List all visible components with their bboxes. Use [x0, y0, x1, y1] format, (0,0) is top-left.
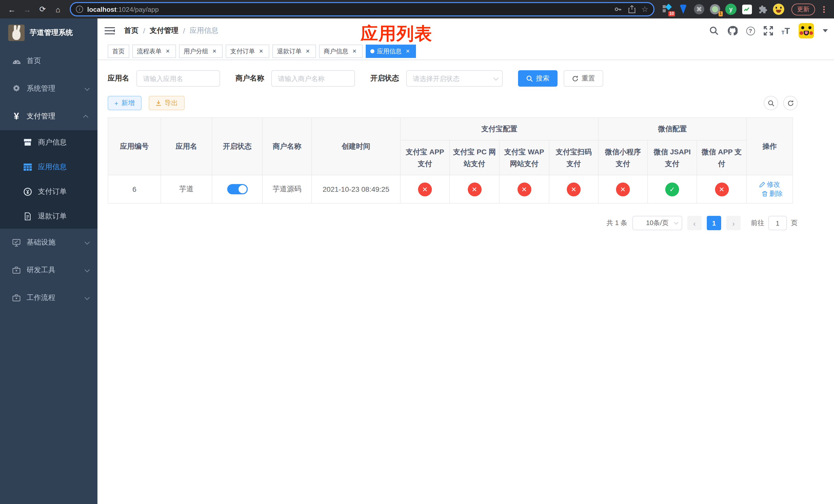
col-header-app-name: 应用名 [161, 118, 212, 175]
add-button[interactable]: + 新增 [108, 96, 141, 110]
browser-avatar-icon[interactable] [773, 4, 784, 15]
col-header-merchant: 商户名称 [262, 118, 312, 175]
close-icon[interactable]: × [404, 48, 411, 55]
github-icon[interactable] [727, 26, 737, 36]
toolbox-icon [10, 294, 23, 301]
breadcrumb-home[interactable]: 首页 [124, 26, 138, 36]
tab-merchant-info[interactable]: 商户信息× [319, 45, 363, 58]
col-header-actions: 操作 [747, 118, 793, 175]
merchant-name-input[interactable] [271, 70, 355, 87]
delete-link[interactable]: 删除 [762, 189, 783, 199]
edit-link[interactable]: 修改 [759, 180, 780, 189]
merchant-name-label: 商户名称 [236, 74, 264, 83]
col-header-app-id: 应用编号 [108, 118, 161, 175]
tab-home[interactable]: 首页 [108, 45, 129, 58]
search-button-label: 搜索 [536, 74, 549, 83]
sidebar-item-home[interactable]: 首页 [0, 47, 97, 75]
back-icon[interactable]: ← [5, 3, 19, 16]
sidebar-item-label: 工作流程 [27, 293, 56, 302]
bookmark-star-icon[interactable]: ☆ [641, 5, 648, 14]
close-icon[interactable]: × [164, 48, 171, 55]
cell-merchant: 芋道源码 [262, 175, 312, 203]
filter-form: 应用名 商户名称 开启状态 [108, 70, 824, 87]
extension-profile-icon[interactable]: 1 [709, 4, 721, 15]
cell-create-time: 2021-10-23 08:49:25 [312, 175, 400, 203]
avatar-caret-icon[interactable] [823, 29, 828, 32]
close-icon[interactable]: × [351, 48, 358, 55]
address-bar[interactable]: i localhost:1024/pay/app ☆ [70, 2, 655, 17]
store-icon [22, 139, 34, 146]
close-icon[interactable]: × [258, 48, 265, 55]
extension-green-y-icon[interactable]: y [725, 4, 737, 15]
toggle-search-button[interactable] [764, 96, 778, 110]
browser-menu-icon[interactable] [820, 6, 827, 13]
forward-icon[interactable]: → [21, 3, 34, 16]
tab-label: 流程表单 [137, 47, 161, 55]
plus-icon: + [114, 99, 118, 107]
close-icon[interactable]: × [304, 48, 311, 55]
status-cross-icon: ✕ [715, 182, 729, 196]
reset-button[interactable]: 重置 [564, 70, 603, 87]
extension-chart-icon[interactable] [741, 4, 752, 15]
chevron-down-icon [674, 220, 678, 225]
top-navbar: 首页 / 支付管理 / 应用信息 应用列表 ? [97, 19, 834, 43]
screen: ← → ⟳ ⌂ i localhost:1024/pay/app ☆ 10 [0, 0, 834, 504]
refresh-button[interactable] [783, 96, 797, 110]
browser-update-button[interactable]: 更新 [791, 3, 815, 15]
home-icon[interactable]: ⌂ [51, 3, 65, 16]
font-size-icon[interactable]: TT [782, 26, 790, 35]
app-name-input[interactable] [136, 70, 220, 87]
extension-badge: 1 [718, 11, 723, 17]
status-select[interactable] [406, 70, 503, 87]
sidebar-logo[interactable]: 芋道管理系统 [0, 19, 97, 47]
extensions-puzzle-icon[interactable] [757, 4, 768, 15]
goto-page-input[interactable] [768, 216, 787, 230]
sidebar-item-dev-tools[interactable]: 研发工具 [0, 256, 97, 284]
edit-link-label: 修改 [767, 180, 780, 189]
cell-app-name: 芋道 [161, 175, 212, 203]
password-key-icon[interactable] [614, 5, 622, 13]
breadcrumb-payment[interactable]: 支付管理 [150, 26, 178, 36]
sidebar-item-merchant-info[interactable]: 商户信息 [0, 130, 97, 155]
sidebar-item-app-info[interactable]: 应用信息 [0, 155, 97, 180]
next-page-button[interactable]: › [726, 216, 741, 230]
sidebar-item-system[interactable]: 系统管理 [0, 75, 97, 102]
status-cross-icon: ✕ [467, 182, 481, 196]
extension-command-icon[interactable]: ⌘ [694, 4, 705, 15]
page-suffix-label: 页 [791, 219, 797, 228]
breadcrumb-current: 应用信息 [190, 26, 219, 36]
extensions-area: 10 ⌘ 1 y [662, 4, 784, 15]
sidebar-toggle-icon[interactable] [105, 27, 115, 35]
reload-icon[interactable]: ⟳ [36, 3, 49, 16]
share-icon[interactable] [628, 5, 635, 13]
tab-app-info[interactable]: 应用信息× [366, 45, 416, 58]
extension-diamond-icon[interactable]: 10 [662, 4, 673, 15]
page-number-1[interactable]: 1 [707, 216, 721, 230]
sidebar-item-infra[interactable]: 基础设施 [0, 229, 97, 256]
status-toggle[interactable] [227, 184, 247, 194]
sidebar-item-payment[interactable]: ¥ 支付管理 [0, 102, 97, 130]
sidebar-item-pay-order[interactable]: 支付订单 [0, 180, 97, 204]
url-text[interactable]: localhost:1024/pay/app [87, 5, 159, 14]
export-button[interactable]: 导出 [149, 96, 184, 110]
search-icon[interactable] [709, 26, 718, 36]
prev-page-button[interactable]: ‹ [687, 216, 702, 230]
tab-process-form[interactable]: 流程表单× [132, 45, 176, 58]
avatar[interactable] [798, 23, 814, 39]
search-button[interactable]: 搜索 [518, 70, 557, 87]
close-icon[interactable]: × [211, 48, 218, 55]
extension-kite-icon[interactable] [678, 4, 689, 15]
sidebar-item-label: 应用信息 [38, 162, 67, 172]
site-info-icon[interactable]: i [76, 6, 83, 13]
tab-pay-order[interactable]: 支付订单× [226, 45, 269, 58]
tab-refund-order[interactable]: 退款订单× [272, 45, 316, 58]
page-size-select[interactable]: 10条/页 [632, 216, 682, 230]
fullscreen-icon[interactable] [764, 26, 773, 36]
app-title: 芋道管理系统 [30, 28, 73, 38]
sidebar-item-workflow[interactable]: 工作流程 [0, 284, 97, 312]
export-button-label: 导出 [164, 98, 178, 108]
sidebar-item-label: 研发工具 [27, 266, 56, 275]
tab-user-group[interactable]: 用户分组× [179, 45, 223, 58]
help-icon[interactable]: ? [746, 26, 755, 35]
sidebar-item-refund-order[interactable]: 退款订单 [0, 204, 97, 229]
